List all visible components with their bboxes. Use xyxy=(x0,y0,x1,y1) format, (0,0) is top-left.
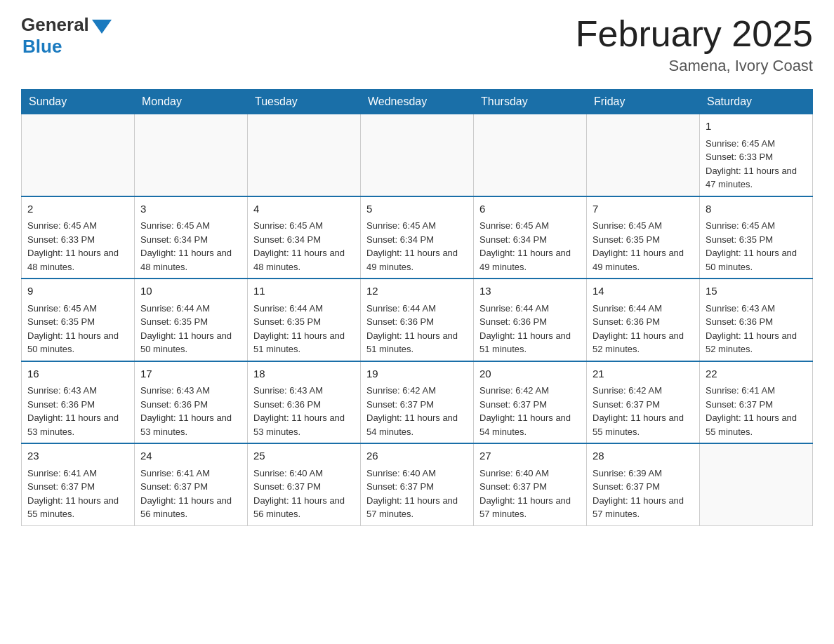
day-info: Sunrise: 6:41 AM Sunset: 6:37 PM Dayligh… xyxy=(140,467,241,521)
calendar-subtitle: Samena, Ivory Coast xyxy=(576,57,813,75)
day-info: Sunrise: 6:44 AM Sunset: 6:35 PM Dayligh… xyxy=(140,302,241,356)
day-info: Sunrise: 6:42 AM Sunset: 6:37 PM Dayligh… xyxy=(593,384,694,438)
day-info: Sunrise: 6:43 AM Sunset: 6:36 PM Dayligh… xyxy=(706,302,807,356)
calendar-table: SundayMondayTuesdayWednesdayThursdayFrid… xyxy=(21,89,813,526)
day-info: Sunrise: 6:44 AM Sunset: 6:35 PM Dayligh… xyxy=(253,302,355,356)
day-number: 2 xyxy=(27,201,128,217)
day-info: Sunrise: 6:40 AM Sunset: 6:37 PM Dayligh… xyxy=(366,467,468,521)
calendar-day-cell: 5Sunrise: 6:45 AM Sunset: 6:34 PM Daylig… xyxy=(361,196,474,279)
day-info: Sunrise: 6:44 AM Sunset: 6:36 PM Dayligh… xyxy=(479,302,581,356)
day-number: 28 xyxy=(593,448,694,464)
calendar-week-1: 1Sunrise: 6:45 AM Sunset: 6:33 PM Daylig… xyxy=(22,114,813,196)
calendar-day-cell: 23Sunrise: 6:41 AM Sunset: 6:37 PM Dayli… xyxy=(22,443,135,525)
calendar-day-cell xyxy=(135,114,248,196)
day-number: 26 xyxy=(366,448,468,464)
calendar-day-cell: 24Sunrise: 6:41 AM Sunset: 6:37 PM Dayli… xyxy=(135,443,248,525)
day-number: 5 xyxy=(366,201,468,217)
calendar-day-cell: 19Sunrise: 6:42 AM Sunset: 6:37 PM Dayli… xyxy=(361,361,474,444)
calendar-day-cell: 2Sunrise: 6:45 AM Sunset: 6:33 PM Daylig… xyxy=(22,196,135,279)
day-number: 25 xyxy=(253,448,355,464)
weekday-header-thursday: Thursday xyxy=(474,90,587,114)
day-info: Sunrise: 6:45 AM Sunset: 6:34 PM Dayligh… xyxy=(479,219,581,274)
calendar-day-cell: 26Sunrise: 6:40 AM Sunset: 6:37 PM Dayli… xyxy=(361,443,474,525)
day-info: Sunrise: 6:45 AM Sunset: 6:35 PM Dayligh… xyxy=(706,219,807,274)
day-number: 20 xyxy=(479,366,581,382)
day-info: Sunrise: 6:45 AM Sunset: 6:33 PM Dayligh… xyxy=(706,137,807,192)
day-number: 19 xyxy=(366,366,468,382)
day-info: Sunrise: 6:41 AM Sunset: 6:37 PM Dayligh… xyxy=(27,467,128,521)
day-number: 22 xyxy=(706,366,807,382)
day-number: 8 xyxy=(706,201,807,217)
weekday-header-tuesday: Tuesday xyxy=(248,90,361,114)
day-number: 16 xyxy=(27,366,128,382)
calendar-day-cell: 28Sunrise: 6:39 AM Sunset: 6:37 PM Dayli… xyxy=(587,443,700,525)
day-info: Sunrise: 6:44 AM Sunset: 6:36 PM Dayligh… xyxy=(593,302,694,356)
calendar-day-cell: 21Sunrise: 6:42 AM Sunset: 6:37 PM Dayli… xyxy=(587,361,700,444)
calendar-day-cell: 7Sunrise: 6:45 AM Sunset: 6:35 PM Daylig… xyxy=(587,196,700,279)
day-info: Sunrise: 6:45 AM Sunset: 6:34 PM Dayligh… xyxy=(366,219,468,274)
calendar-day-cell: 25Sunrise: 6:40 AM Sunset: 6:37 PM Dayli… xyxy=(248,443,361,525)
calendar-day-cell xyxy=(248,114,361,196)
calendar-title: February 2025 xyxy=(576,14,813,54)
calendar-day-cell: 14Sunrise: 6:44 AM Sunset: 6:36 PM Dayli… xyxy=(587,279,700,361)
day-number: 9 xyxy=(27,283,128,300)
day-number: 23 xyxy=(27,448,128,464)
calendar-day-cell: 27Sunrise: 6:40 AM Sunset: 6:37 PM Dayli… xyxy=(474,443,587,525)
calendar-week-5: 23Sunrise: 6:41 AM Sunset: 6:37 PM Dayli… xyxy=(22,443,813,525)
day-info: Sunrise: 6:41 AM Sunset: 6:37 PM Dayligh… xyxy=(706,384,807,438)
calendar-day-cell: 13Sunrise: 6:44 AM Sunset: 6:36 PM Dayli… xyxy=(474,279,587,361)
calendar-day-cell xyxy=(587,114,700,196)
calendar-day-cell: 20Sunrise: 6:42 AM Sunset: 6:37 PM Dayli… xyxy=(474,361,587,444)
calendar-day-cell xyxy=(700,443,813,525)
weekday-header-saturday: Saturday xyxy=(700,90,813,114)
day-info: Sunrise: 6:42 AM Sunset: 6:37 PM Dayligh… xyxy=(366,384,468,438)
calendar-day-cell: 6Sunrise: 6:45 AM Sunset: 6:34 PM Daylig… xyxy=(474,196,587,279)
day-info: Sunrise: 6:44 AM Sunset: 6:36 PM Dayligh… xyxy=(366,302,468,356)
calendar-day-cell: 3Sunrise: 6:45 AM Sunset: 6:34 PM Daylig… xyxy=(135,196,248,279)
day-number: 18 xyxy=(253,366,355,382)
day-info: Sunrise: 6:45 AM Sunset: 6:34 PM Dayligh… xyxy=(253,219,355,274)
day-number: 10 xyxy=(140,283,241,300)
day-number: 7 xyxy=(593,201,694,217)
title-block: February 2025 Samena, Ivory Coast xyxy=(576,14,813,75)
calendar-day-cell: 16Sunrise: 6:43 AM Sunset: 6:36 PM Dayli… xyxy=(22,361,135,444)
day-info: Sunrise: 6:45 AM Sunset: 6:35 PM Dayligh… xyxy=(27,302,128,356)
day-info: Sunrise: 6:43 AM Sunset: 6:36 PM Dayligh… xyxy=(253,384,355,438)
day-number: 21 xyxy=(593,366,694,382)
day-number: 14 xyxy=(593,283,694,300)
day-info: Sunrise: 6:45 AM Sunset: 6:34 PM Dayligh… xyxy=(140,219,241,274)
logo-arrow-icon xyxy=(92,20,112,34)
calendar-day-cell: 18Sunrise: 6:43 AM Sunset: 6:36 PM Dayli… xyxy=(248,361,361,444)
calendar-day-cell: 4Sunrise: 6:45 AM Sunset: 6:34 PM Daylig… xyxy=(248,196,361,279)
calendar-day-cell: 17Sunrise: 6:43 AM Sunset: 6:36 PM Dayli… xyxy=(135,361,248,444)
day-info: Sunrise: 6:40 AM Sunset: 6:37 PM Dayligh… xyxy=(479,467,581,521)
day-info: Sunrise: 6:45 AM Sunset: 6:35 PM Dayligh… xyxy=(593,219,694,274)
weekday-header-wednesday: Wednesday xyxy=(361,90,474,114)
day-number: 4 xyxy=(253,201,355,217)
day-info: Sunrise: 6:43 AM Sunset: 6:36 PM Dayligh… xyxy=(140,384,241,438)
calendar-header: SundayMondayTuesdayWednesdayThursdayFrid… xyxy=(22,90,813,114)
day-number: 3 xyxy=(140,201,241,217)
calendar-week-3: 9Sunrise: 6:45 AM Sunset: 6:35 PM Daylig… xyxy=(22,279,813,361)
calendar-day-cell: 10Sunrise: 6:44 AM Sunset: 6:35 PM Dayli… xyxy=(135,279,248,361)
day-number: 27 xyxy=(479,448,581,464)
calendar-week-4: 16Sunrise: 6:43 AM Sunset: 6:36 PM Dayli… xyxy=(22,361,813,444)
day-number: 13 xyxy=(479,283,581,300)
calendar-day-cell: 1Sunrise: 6:45 AM Sunset: 6:33 PM Daylig… xyxy=(700,114,813,196)
calendar-day-cell: 9Sunrise: 6:45 AM Sunset: 6:35 PM Daylig… xyxy=(22,279,135,361)
logo-general-text: General xyxy=(21,14,89,36)
calendar-body: 1Sunrise: 6:45 AM Sunset: 6:33 PM Daylig… xyxy=(22,114,813,526)
calendar-week-2: 2Sunrise: 6:45 AM Sunset: 6:33 PM Daylig… xyxy=(22,196,813,279)
day-number: 12 xyxy=(366,283,468,300)
calendar-day-cell xyxy=(474,114,587,196)
weekday-header-monday: Monday xyxy=(135,90,248,114)
day-number: 15 xyxy=(706,283,807,300)
day-number: 24 xyxy=(140,448,241,464)
weekday-header-friday: Friday xyxy=(587,90,700,114)
calendar-day-cell: 11Sunrise: 6:44 AM Sunset: 6:35 PM Dayli… xyxy=(248,279,361,361)
weekday-header-sunday: Sunday xyxy=(22,90,135,114)
logo: General Blue xyxy=(21,14,112,58)
calendar-day-cell: 15Sunrise: 6:43 AM Sunset: 6:36 PM Dayli… xyxy=(700,279,813,361)
calendar-day-cell: 12Sunrise: 6:44 AM Sunset: 6:36 PM Dayli… xyxy=(361,279,474,361)
weekday-header-row: SundayMondayTuesdayWednesdayThursdayFrid… xyxy=(22,90,813,114)
